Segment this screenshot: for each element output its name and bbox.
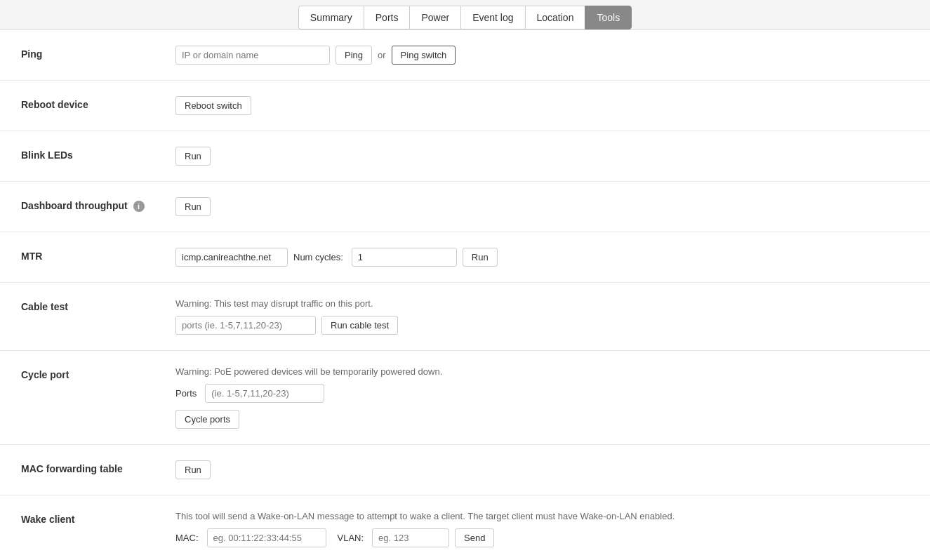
- wake-client-send-button[interactable]: Send: [455, 528, 494, 547]
- blink-leds-label: Blink LEDs: [21, 147, 175, 161]
- ping-row: Ping Ping or Ping switch: [0, 30, 930, 81]
- cable-test-controls-row: Run cable test: [175, 316, 909, 335]
- cable-test-warning: Warning: This test may disrupt traffic o…: [175, 298, 373, 309]
- wake-client-description: This tool will send a Wake-on-LAN messag…: [175, 511, 675, 521]
- dashboard-throughput-row: Dashboard throughput i Run: [0, 182, 930, 232]
- cycle-port-warning-row: Warning: PoE powered devices will be tem…: [175, 366, 909, 377]
- cable-test-row: Cable test Warning: This test may disrup…: [0, 283, 930, 351]
- wake-client-description-row: This tool will send a Wake-on-LAN messag…: [175, 511, 909, 521]
- mac-forwarding-row: MAC forwarding table Run: [0, 445, 930, 495]
- ping-switch-button[interactable]: Ping switch: [392, 46, 456, 65]
- tab-summary[interactable]: Summary: [298, 6, 364, 29]
- tab-power[interactable]: Power: [409, 6, 460, 29]
- cycle-port-ports-input[interactable]: [205, 384, 324, 403]
- cycle-port-ports-label: Ports: [175, 388, 197, 399]
- mtr-controls-row: Num cycles: Run: [175, 248, 909, 267]
- cycle-port-warning: Warning: PoE powered devices will be tem…: [175, 366, 442, 377]
- mtr-run-button[interactable]: Run: [463, 248, 498, 267]
- mtr-cycles-input[interactable]: [352, 248, 457, 267]
- ping-controls: Ping or Ping switch: [175, 46, 909, 65]
- cycle-ports-button[interactable]: Cycle ports: [175, 410, 239, 429]
- wake-client-label: Wake client: [21, 511, 175, 525]
- wake-client-mac-input[interactable]: [207, 528, 326, 547]
- cycle-port-row: Cycle port Warning: PoE powered devices …: [0, 351, 930, 445]
- blink-leds-controls-row: Run: [175, 147, 909, 166]
- reboot-switch-button[interactable]: Reboot switch: [175, 96, 251, 115]
- main-content: Ping Ping or Ping switch Reboot device R…: [0, 30, 930, 560]
- dashboard-throughput-controls-row: Run: [175, 197, 909, 216]
- reboot-device-controls-row: Reboot switch: [175, 96, 909, 115]
- run-cable-test-button[interactable]: Run cable test: [321, 316, 398, 335]
- mac-forwarding-controls-row: Run: [175, 460, 909, 479]
- mtr-host-input[interactable]: [175, 248, 288, 267]
- wake-client-inputs-row: MAC: VLAN: Send: [175, 528, 909, 547]
- cable-test-warning-row: Warning: This test may disrupt traffic o…: [175, 298, 909, 309]
- dashboard-throughput-run-button[interactable]: Run: [175, 197, 211, 216]
- cycle-port-label: Cycle port: [21, 366, 175, 380]
- ping-input[interactable]: [175, 46, 330, 65]
- dashboard-throughput-info-icon[interactable]: i: [133, 201, 145, 212]
- mtr-row: MTR Num cycles: Run: [0, 232, 930, 283]
- cable-test-ports-input[interactable]: [175, 316, 316, 335]
- ping-label: Ping: [21, 46, 175, 60]
- dashboard-throughput-text: Dashboard throughput: [21, 200, 128, 211]
- wake-client-vlan-input[interactable]: [372, 528, 449, 547]
- mac-forwarding-label: MAC forwarding table: [21, 460, 175, 474]
- reboot-device-row: Reboot device Reboot switch: [0, 81, 930, 131]
- cycle-port-ports-row: Ports: [175, 384, 909, 403]
- tab-ports[interactable]: Ports: [364, 6, 410, 29]
- cable-test-label: Cable test: [21, 298, 175, 312]
- dashboard-throughput-controls: Run: [175, 197, 909, 216]
- wake-client-row: Wake client This tool will send a Wake-o…: [0, 495, 930, 560]
- wake-client-vlan-label: VLAN:: [338, 533, 364, 543]
- wake-client-mac-label: MAC:: [175, 533, 199, 543]
- blink-leds-run-button[interactable]: Run: [175, 147, 211, 166]
- ping-controls-row: Ping or Ping switch: [175, 46, 909, 65]
- wake-client-controls: This tool will send a Wake-on-LAN messag…: [175, 511, 909, 547]
- tab-event-log[interactable]: Event log: [460, 6, 524, 29]
- mtr-label: MTR: [21, 248, 175, 262]
- ping-button[interactable]: Ping: [336, 46, 372, 65]
- tab-location[interactable]: Location: [525, 6, 585, 29]
- cycle-port-controls: Warning: PoE powered devices will be tem…: [175, 366, 909, 429]
- reboot-device-label: Reboot device: [21, 96, 175, 110]
- blink-leds-row: Blink LEDs Run: [0, 131, 930, 182]
- mtr-controls: Num cycles: Run: [175, 248, 909, 267]
- tab-bar: Summary Ports Power Event log Location T…: [0, 0, 930, 30]
- cycle-port-button-row: Cycle ports: [175, 410, 909, 429]
- ping-or-text: or: [378, 50, 386, 60]
- dashboard-throughput-label: Dashboard throughput i: [21, 197, 175, 212]
- cable-test-controls: Warning: This test may disrupt traffic o…: [175, 298, 909, 335]
- mac-forwarding-controls: Run: [175, 460, 909, 479]
- tab-tools[interactable]: Tools: [585, 6, 632, 29]
- mac-forwarding-run-button[interactable]: Run: [175, 460, 211, 479]
- reboot-device-controls: Reboot switch: [175, 96, 909, 115]
- mtr-num-cycles-label: Num cycles:: [293, 252, 343, 262]
- blink-leds-controls: Run: [175, 147, 909, 166]
